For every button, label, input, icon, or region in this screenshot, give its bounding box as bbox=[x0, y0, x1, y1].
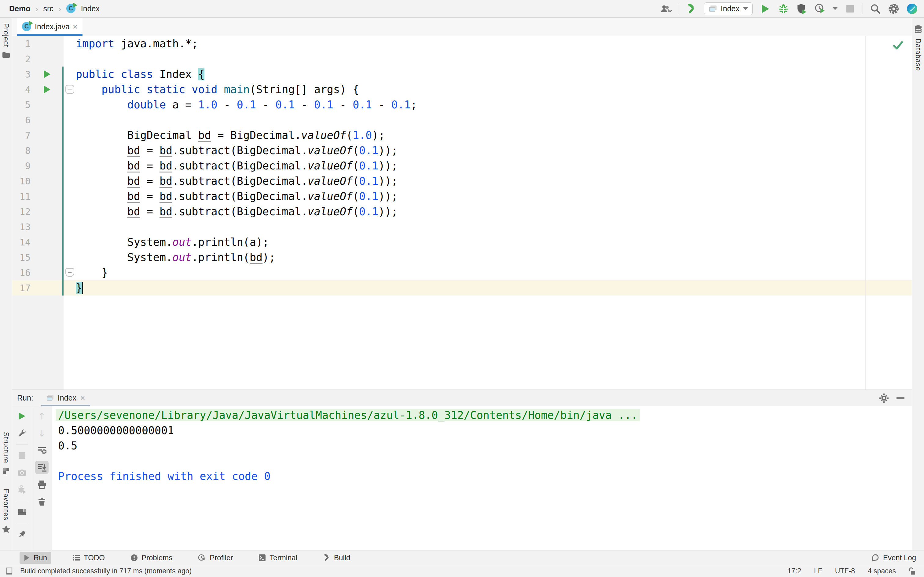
code-line-12[interactable]: bd = bd.subtract(BigDecimal.valueOf(0.1)… bbox=[63, 204, 912, 219]
tool-stripe-database[interactable]: Database bbox=[914, 25, 922, 71]
build-hammer-icon[interactable] bbox=[686, 3, 697, 15]
console-line: /Users/sevenone/Library/Java/JavaVirtual… bbox=[58, 408, 912, 423]
next-occurrence-icon: ↓ bbox=[35, 427, 48, 440]
fold-marker-icon[interactable]: − bbox=[65, 85, 74, 94]
gutter-line-12[interactable]: 12 bbox=[12, 204, 63, 219]
gutter-line-14[interactable]: 14 bbox=[12, 234, 63, 250]
close-icon[interactable]: × bbox=[80, 394, 85, 402]
tool-stripe-favorites[interactable]: Favorites bbox=[2, 489, 10, 533]
todo-list-icon bbox=[73, 554, 80, 561]
run-configuration-select[interactable]: Index bbox=[704, 2, 753, 15]
fold-marker-icon[interactable]: − bbox=[65, 268, 74, 277]
gutter-line-9[interactable]: 9 bbox=[12, 158, 63, 173]
gutter-line-16[interactable]: 16 bbox=[12, 265, 63, 280]
toolwindow-toggle-icon[interactable] bbox=[5, 567, 13, 575]
right-tool-stripe: Database bbox=[912, 18, 924, 550]
vcs-change-bar bbox=[62, 66, 63, 295]
code-line-8[interactable]: bd = bd.subtract(BigDecimal.valueOf(0.1)… bbox=[63, 143, 912, 158]
toolwindow-build-button[interactable]: Build bbox=[319, 552, 354, 564]
toolwindow-run-button[interactable]: Run bbox=[19, 552, 51, 564]
code-line-14[interactable]: System.out.println(a); bbox=[63, 234, 912, 250]
gutter-line-10[interactable]: 10 bbox=[12, 173, 63, 189]
run-line-icon[interactable] bbox=[44, 70, 50, 78]
code-line-5[interactable]: double a = 1.0 - 0.1 - 0.1 - 0.1 - 0.1 -… bbox=[63, 97, 912, 112]
run-panel-title: Run: bbox=[17, 393, 33, 402]
run-play-icon bbox=[24, 554, 30, 561]
line-ending-widget[interactable]: LF bbox=[814, 567, 822, 575]
unlocked-padlock-icon[interactable] bbox=[909, 567, 916, 575]
rerun-button[interactable] bbox=[15, 409, 29, 423]
gutter-line-5[interactable]: 5 bbox=[12, 97, 63, 112]
event-log-button[interactable]: Event Log bbox=[871, 553, 916, 562]
gutter-line-15[interactable]: 15 bbox=[12, 250, 63, 265]
settings-gear-icon[interactable] bbox=[888, 3, 900, 15]
breadcrumb-project[interactable]: Demo bbox=[9, 4, 30, 13]
status-right-widgets: 17:2 LF UTF-8 4 spaces bbox=[787, 567, 916, 575]
soft-wrap-icon[interactable] bbox=[35, 443, 48, 457]
toolwindow-terminal-button[interactable]: Terminal bbox=[254, 552, 302, 564]
gradient-sphere-icon[interactable] bbox=[906, 3, 918, 15]
run-line-icon[interactable] bbox=[44, 85, 50, 93]
gutter-line-11[interactable]: 11 bbox=[12, 189, 63, 204]
code-line-1[interactable]: import java.math.*; bbox=[63, 36, 912, 51]
gutter-line-2[interactable]: 2 bbox=[12, 51, 63, 66]
run-button[interactable] bbox=[759, 3, 771, 15]
pin-tab-icon[interactable] bbox=[15, 527, 29, 541]
hide-tool-window-icon[interactable] bbox=[897, 397, 905, 399]
code-line-10[interactable]: bd = bd.subtract(BigDecimal.valueOf(0.1)… bbox=[63, 173, 912, 189]
gutter-line-7[interactable]: 7 bbox=[12, 127, 63, 143]
caret-position-widget[interactable]: 17:2 bbox=[787, 567, 801, 575]
editor-tab-index-java[interactable]: C Index.java × bbox=[17, 18, 82, 36]
gutter-line-6[interactable]: 6 bbox=[12, 112, 63, 127]
breadcrumb-src[interactable]: src bbox=[43, 4, 53, 13]
code-line-9[interactable]: bd = bd.subtract(BigDecimal.valueOf(0.1)… bbox=[63, 158, 912, 173]
run-with-coverage-button[interactable] bbox=[796, 3, 808, 15]
scroll-to-end-icon[interactable] bbox=[35, 461, 48, 474]
gutter-line-1[interactable]: 1 bbox=[12, 36, 63, 51]
settings-gear-icon[interactable] bbox=[879, 393, 888, 403]
tool-stripe-structure[interactable]: Structure bbox=[2, 432, 10, 475]
profiler-more-chevron-icon[interactable] bbox=[833, 7, 838, 10]
app-window-icon bbox=[46, 395, 54, 402]
print-icon[interactable] bbox=[35, 478, 48, 491]
gutter-line-13[interactable]: 13 bbox=[12, 219, 63, 234]
code-line-4[interactable]: public static void main(String[] args) {… bbox=[63, 82, 912, 97]
debug-bug-button[interactable] bbox=[778, 3, 789, 15]
code-line-15[interactable]: System.out.println(bd); bbox=[63, 250, 912, 265]
tool-stripe-project[interactable]: Project bbox=[2, 23, 10, 58]
inspections-ok-icon[interactable] bbox=[892, 40, 904, 51]
code-line-7[interactable]: BigDecimal bd = BigDecimal.valueOf(1.0); bbox=[63, 127, 912, 143]
edit-configuration-wrench-icon[interactable] bbox=[15, 427, 29, 440]
toolwindow-problems-button[interactable]: Problems bbox=[126, 552, 177, 564]
status-message[interactable]: Build completed successfully in 717 ms (… bbox=[20, 567, 192, 575]
toolwindow-todo-button[interactable]: TODO bbox=[68, 552, 109, 564]
code-line-13[interactable] bbox=[63, 219, 912, 234]
code-line-6[interactable] bbox=[63, 112, 912, 127]
gutter-lines[interactable]: 1234567891011121314151617 bbox=[12, 36, 63, 390]
toolwindow-profiler-button[interactable]: Profiler bbox=[194, 552, 237, 564]
clear-all-trash-icon[interactable] bbox=[35, 495, 48, 508]
gutter-line-3[interactable]: 3 bbox=[12, 66, 63, 82]
code-with-me-users-icon[interactable] bbox=[660, 3, 672, 15]
close-icon[interactable]: × bbox=[73, 23, 78, 31]
code-line-11[interactable]: bd = bd.subtract(BigDecimal.valueOf(0.1)… bbox=[63, 189, 912, 204]
indent-widget[interactable]: 4 spaces bbox=[868, 567, 896, 575]
code-editor[interactable]: 1234567891011121314151617 import java.ma… bbox=[12, 36, 912, 390]
breadcrumb-file[interactable]: Index bbox=[81, 4, 100, 13]
code-lines[interactable]: import java.math.*;public class Index { … bbox=[63, 36, 912, 390]
gutter-line-8[interactable]: 8 bbox=[12, 143, 63, 158]
run-tab-index[interactable]: Index × bbox=[41, 390, 90, 406]
gutter-line-4[interactable]: 4 bbox=[12, 82, 63, 97]
code-line-17[interactable]: } bbox=[63, 280, 912, 295]
search-everywhere-icon[interactable] bbox=[870, 3, 881, 15]
code-line-3[interactable]: public class Index { bbox=[63, 66, 912, 82]
java-class-icon: C bbox=[66, 4, 76, 14]
code-line-16[interactable]: }− bbox=[63, 265, 912, 280]
profiler-button[interactable] bbox=[814, 3, 826, 15]
gutter-line-17[interactable]: 17 bbox=[12, 280, 63, 295]
line-number: 5 bbox=[12, 100, 31, 110]
console-lines[interactable]: /Users/sevenone/Library/Java/JavaVirtual… bbox=[52, 406, 912, 550]
encoding-widget[interactable]: UTF-8 bbox=[835, 567, 855, 575]
code-line-2[interactable] bbox=[63, 51, 912, 66]
restore-layout-icon[interactable] bbox=[15, 505, 29, 519]
